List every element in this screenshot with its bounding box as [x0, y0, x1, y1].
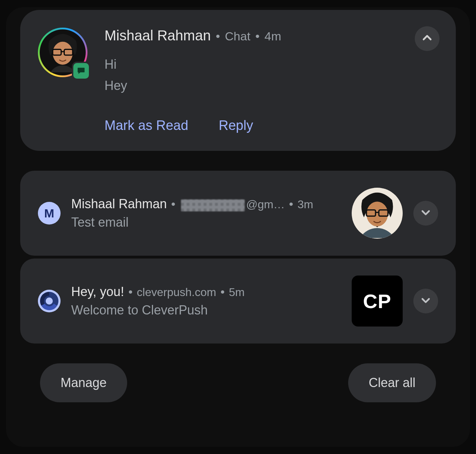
expand-button[interactable]	[413, 289, 438, 313]
separator: •	[128, 285, 132, 299]
reply-button[interactable]: Reply	[219, 118, 253, 133]
sender-avatar	[352, 188, 403, 239]
notification-thumbnail: CP	[352, 276, 403, 327]
notification-body-text: Welcome to CleverPush	[71, 303, 341, 318]
chevron-down-icon	[420, 295, 431, 307]
sender-name: Mishaal Rahman	[104, 28, 211, 44]
notification-title: Hey, you!	[71, 284, 124, 299]
site-name: cleverpush.com	[137, 286, 216, 299]
message-line: Hey	[104, 78, 438, 93]
app-name: Chat	[225, 29, 250, 43]
notification-shade: Mishaal Rahman • Chat • 4m Hi Hey Mark a…	[6, 7, 470, 447]
thumbnail-label: CP	[363, 290, 391, 313]
message-line: Hi	[104, 57, 438, 72]
notification-body: Mishaal Rahman • Chat • 4m Hi Hey Mark a…	[104, 28, 438, 133]
notification-header: Mishaal Rahman • Chat • 4m	[104, 28, 438, 44]
email-subject: Test email	[71, 215, 341, 230]
redacted-text	[181, 199, 245, 211]
mark-as-read-button[interactable]: Mark as Read	[104, 118, 188, 133]
chevron-up-icon	[421, 32, 433, 45]
chevron-down-icon	[420, 207, 431, 220]
collapse-button[interactable]	[415, 26, 440, 51]
message-preview: Hi Hey	[104, 57, 438, 93]
separator: •	[289, 197, 293, 211]
notification-header: Hey, you! • cleverpush.com • 5m	[71, 284, 341, 299]
notification-gmail[interactable]: M Mishaal Rahman • @gm… • 3m Test email	[20, 171, 456, 256]
notification-actions: Mark as Read Reply	[104, 118, 438, 133]
separator: •	[255, 29, 260, 43]
chat-app-badge-icon	[73, 63, 89, 79]
separator: •	[220, 285, 225, 299]
manage-button[interactable]: Manage	[40, 363, 127, 402]
email-address: @gm…	[180, 198, 285, 211]
shade-footer: Manage Clear all	[20, 363, 456, 402]
separator: •	[171, 197, 175, 211]
chrome-icon	[38, 290, 61, 312]
timestamp: 5m	[229, 286, 244, 299]
timestamp: 4m	[265, 29, 281, 43]
sender-avatar	[38, 28, 87, 77]
sender-name: Mishaal Rahman	[71, 197, 167, 211]
gmail-icon: M	[38, 202, 61, 225]
notification-chrome[interactable]: Hey, you! • cleverpush.com • 5m Welcome …	[20, 259, 456, 344]
timestamp: 3m	[298, 198, 313, 211]
expand-button[interactable]	[413, 201, 438, 226]
notification-chat[interactable]: Mishaal Rahman • Chat • 4m Hi Hey Mark a…	[20, 10, 456, 151]
notification-header: Mishaal Rahman • @gm… • 3m	[71, 197, 341, 211]
separator: •	[216, 29, 220, 43]
notification-group: M Mishaal Rahman • @gm… • 3m Test email	[20, 171, 456, 344]
clear-all-button[interactable]: Clear all	[348, 363, 436, 402]
